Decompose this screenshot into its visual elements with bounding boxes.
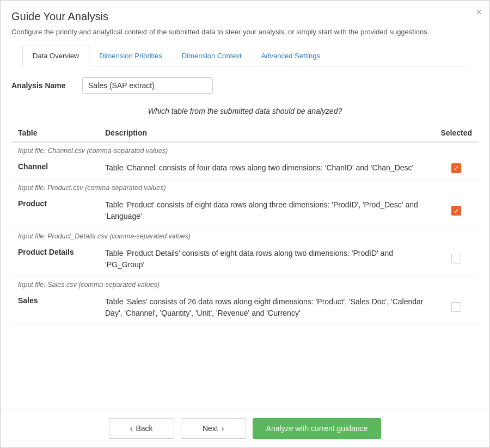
row-desc-sales: Table 'Sales' consists of 26 data rows a… (99, 291, 434, 325)
back-button[interactable]: ‹ Back (109, 418, 174, 439)
table-question: Which table from the submitted data shou… (11, 107, 479, 115)
modal-header: Guide Your Analysis Configure the priori… (1, 1, 489, 66)
next-button[interactable]: Next › (181, 418, 246, 439)
data-table: Table Description Selected Input file: C… (11, 124, 479, 325)
row-checkbox-sales[interactable] (434, 291, 479, 325)
file-label-product-details: Input file: Product_Details.csv (comma-s… (11, 228, 479, 243)
file-row-channel: Input file: Channel.csv (comma-separated… (11, 142, 479, 157)
back-chevron-icon: ‹ (130, 424, 133, 433)
file-row-product: Input file: Product.csv (comma-separated… (11, 180, 479, 194)
checkbox-unchecked-product-details[interactable] (451, 254, 461, 263)
next-label: Next (203, 424, 218, 433)
col-header-selected: Selected (434, 124, 479, 142)
modal-footer: ‹ Back Next › Analyze with current guida… (1, 409, 489, 447)
checkbox-unchecked-sales[interactable] (451, 302, 461, 312)
col-header-table: Table (11, 124, 99, 142)
close-button[interactable]: × (476, 7, 482, 17)
row-checkbox-channel[interactable]: ✓ (434, 157, 479, 180)
next-chevron-icon: › (222, 424, 224, 433)
table-row-channel: Channel Table 'Channel' consists of four… (11, 157, 479, 180)
tab-data-overview[interactable]: Data Overview (22, 46, 89, 66)
row-name-product-details: Product Details (11, 242, 99, 277)
table-row-product-details: Product Details Table 'Product Details' … (11, 242, 479, 277)
file-row-product-details: Input file: Product_Details.csv (comma-s… (11, 228, 479, 243)
analyze-button[interactable]: Analyze with current guidance (253, 418, 382, 439)
row-desc-channel: Table 'Channel' consists of four data ro… (99, 157, 434, 180)
row-checkbox-product-details[interactable] (434, 242, 479, 277)
file-label-channel: Input file: Channel.csv (comma-separated… (11, 142, 479, 157)
tab-advanced-settings[interactable]: Advanced Settings (252, 46, 330, 66)
modal-body: Analysis Name Which table from the submi… (1, 66, 489, 409)
back-label: Back (136, 424, 152, 433)
analysis-name-label: Analysis Name (11, 81, 82, 90)
tab-bar: Data Overview Dimension Priorities Dimen… (22, 46, 468, 66)
row-checkbox-product[interactable]: ✓ (434, 194, 479, 228)
modal-subtitle: Configure the priority and analytical co… (11, 27, 479, 37)
tab-dimension-priorities[interactable]: Dimension Priorities (89, 46, 172, 66)
tab-dimension-context[interactable]: Dimension Context (172, 46, 252, 66)
col-header-description: Description (99, 124, 434, 142)
row-name-product: Product (11, 194, 99, 228)
table-row-sales: Sales Table 'Sales' consists of 26 data … (11, 291, 479, 325)
table-row-product: Product Table 'Product' consists of eigh… (11, 194, 479, 228)
checkbox-checked-channel[interactable]: ✓ (451, 163, 461, 173)
row-desc-product: Table 'Product' consists of eight data r… (99, 194, 434, 228)
checkbox-checked-product[interactable]: ✓ (451, 206, 461, 216)
row-desc-product-details: Table 'Product Details' consists of eigh… (99, 242, 434, 277)
guide-analysis-modal: × Guide Your Analysis Configure the prio… (0, 0, 490, 448)
file-row-sales: Input file: Sales.csv (comma-separated v… (11, 277, 479, 291)
row-name-channel: Channel (11, 157, 99, 180)
row-name-sales: Sales (11, 291, 99, 325)
file-label-product: Input file: Product.csv (comma-separated… (11, 180, 479, 194)
analysis-name-input[interactable] (82, 77, 213, 94)
analysis-name-row: Analysis Name (11, 77, 479, 94)
modal-title: Guide Your Analysis (11, 10, 479, 23)
file-label-sales: Input file: Sales.csv (comma-separated v… (11, 277, 479, 291)
